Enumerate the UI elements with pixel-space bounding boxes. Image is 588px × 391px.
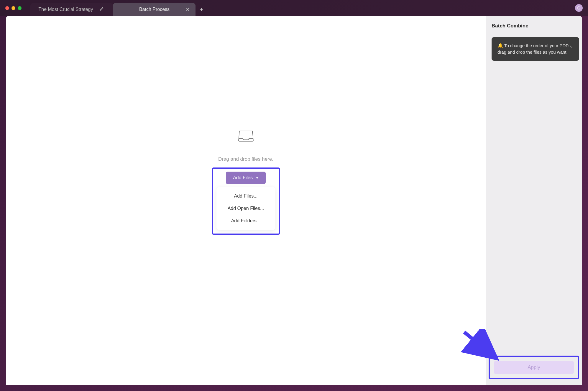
sidebar-title: Batch Combine xyxy=(492,23,579,29)
tab-title: Batch Process xyxy=(127,7,182,12)
pencil-icon[interactable] xyxy=(99,7,104,12)
new-tab-button[interactable]: + xyxy=(196,3,208,16)
menu-add-files[interactable]: Add Files... xyxy=(216,190,275,202)
window-close-button[interactable] xyxy=(5,6,9,10)
tab-batch-process[interactable]: Batch Process ✕ xyxy=(113,3,196,16)
inbox-icon xyxy=(238,128,254,144)
close-icon[interactable]: ✕ xyxy=(186,7,190,12)
app-window: The Most Crucial Strategy Batch Process … xyxy=(0,0,588,391)
menu-add-folders[interactable]: Add Folders... xyxy=(216,215,275,227)
add-files-label: Add Files xyxy=(233,175,253,180)
tip-text: 🔔 To change the order of your PDFs, drag… xyxy=(497,43,572,55)
tab-title: The Most Crucial Strategy xyxy=(36,7,95,12)
avatar-initial: G xyxy=(577,6,581,10)
drop-hint-text: Drag and drop files here. xyxy=(212,156,280,162)
apply-highlight: Apply xyxy=(489,356,579,379)
window-zoom-button[interactable] xyxy=(18,6,22,10)
content-area: Drag and drop files here. Add Files ▼ Ad… xyxy=(6,16,582,385)
add-files-highlight: Add Files ▼ Add Files... Add Open Files.… xyxy=(212,167,280,235)
apply-button[interactable]: Apply xyxy=(494,361,574,374)
dropzone[interactable]: Drag and drop files here. Add Files ▼ Ad… xyxy=(212,128,280,235)
tab-bar: The Most Crucial Strategy Batch Process … xyxy=(30,3,208,16)
add-files-button[interactable]: Add Files ▼ xyxy=(226,172,266,184)
caret-down-icon: ▼ xyxy=(256,176,259,180)
menu-add-open-files[interactable]: Add Open Files... xyxy=(216,202,275,215)
titlebar-right: G xyxy=(575,4,583,12)
sidebar: Batch Combine 🔔 To change the order of y… xyxy=(486,16,582,385)
main-panel: Drag and drop files here. Add Files ▼ Ad… xyxy=(6,16,486,385)
window-minimize-button[interactable] xyxy=(12,6,15,10)
avatar[interactable]: G xyxy=(575,4,583,12)
traffic-lights xyxy=(5,6,22,10)
tab-document[interactable]: The Most Crucial Strategy xyxy=(30,3,113,16)
titlebar: The Most Crucial Strategy Batch Process … xyxy=(0,0,588,16)
tip-banner: 🔔 To change the order of your PDFs, drag… xyxy=(492,37,579,61)
add-files-menu: Add Files... Add Open Files... Add Folde… xyxy=(216,187,275,230)
